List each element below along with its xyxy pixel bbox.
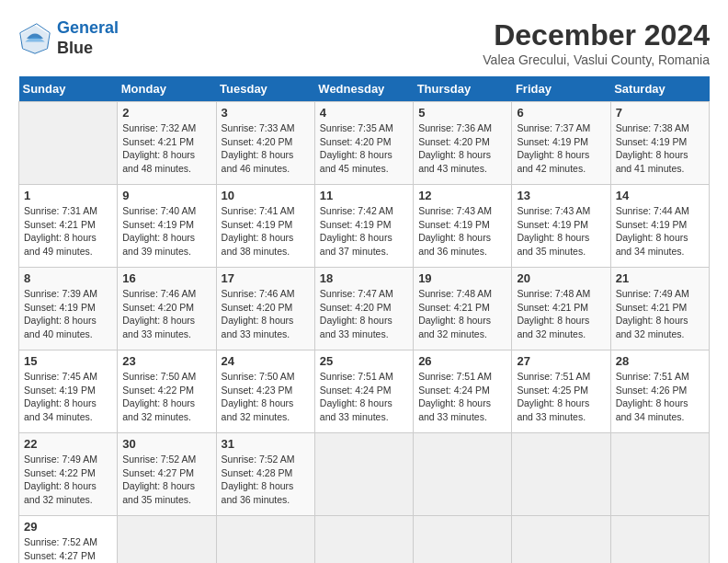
day-number: 31 <box>222 437 310 451</box>
day-number: 19 <box>418 271 506 285</box>
day-number: 16 <box>122 271 210 285</box>
day-info: Sunrise: 7:48 AM Sunset: 4:21 PM Dayligh… <box>517 287 605 341</box>
day-cell: 14Sunrise: 7:44 AM Sunset: 4:19 PM Dayli… <box>610 185 709 268</box>
week-row: 1Sunrise: 7:31 AM Sunset: 4:21 PM Daylig… <box>19 185 710 268</box>
day-number: 9 <box>122 189 210 202</box>
day-number: 23 <box>122 354 210 368</box>
day-cell <box>512 516 610 564</box>
day-cell <box>610 516 709 564</box>
day-cell: 21Sunrise: 7:49 AM Sunset: 4:21 PM Dayli… <box>610 268 709 350</box>
day-number: 15 <box>24 354 112 368</box>
day-info: Sunrise: 7:52 AM Sunset: 4:28 PM Dayligh… <box>222 453 310 507</box>
day-cell: 2Sunrise: 7:32 AM Sunset: 4:21 PM Daylig… <box>118 102 216 185</box>
day-info: Sunrise: 7:40 AM Sunset: 4:19 PM Dayligh… <box>122 204 210 259</box>
day-number: 4 <box>320 106 408 120</box>
week-row: 29Sunrise: 7:52 AM Sunset: 4:27 PM Dayli… <box>19 516 710 564</box>
day-info: Sunrise: 7:38 AM Sunset: 4:19 PM Dayligh… <box>616 121 704 176</box>
logo-text: General Blue <box>57 18 119 58</box>
day-info: Sunrise: 7:50 AM Sunset: 4:23 PM Dayligh… <box>222 370 310 424</box>
day-cell <box>414 433 512 516</box>
day-cell: 8Sunrise: 7:39 AM Sunset: 4:19 PM Daylig… <box>19 268 118 350</box>
day-info: Sunrise: 7:43 AM Sunset: 4:19 PM Dayligh… <box>517 204 605 259</box>
day-cell: 13Sunrise: 7:43 AM Sunset: 4:19 PM Dayli… <box>512 185 610 268</box>
day-cell <box>414 516 512 564</box>
day-cell: 9Sunrise: 7:40 AM Sunset: 4:19 PM Daylig… <box>118 185 216 268</box>
day-info: Sunrise: 7:52 AM Sunset: 4:27 PM Dayligh… <box>122 453 210 507</box>
day-cell: 28Sunrise: 7:51 AM Sunset: 4:26 PM Dayli… <box>610 350 709 433</box>
day-info: Sunrise: 7:36 AM Sunset: 4:20 PM Dayligh… <box>418 121 506 176</box>
day-cell: 17Sunrise: 7:46 AM Sunset: 4:20 PM Dayli… <box>216 268 314 350</box>
col-header-friday: Friday <box>512 76 610 102</box>
logo-line1: General <box>57 18 119 37</box>
day-info: Sunrise: 7:46 AM Sunset: 4:20 PM Dayligh… <box>222 287 310 341</box>
day-cell: 1Sunrise: 7:31 AM Sunset: 4:21 PM Daylig… <box>19 185 118 268</box>
location-subtitle: Valea Grecului, Vaslui County, Romania <box>483 52 710 67</box>
logo: General Blue <box>18 18 119 58</box>
day-info: Sunrise: 7:33 AM Sunset: 4:20 PM Dayligh… <box>222 121 310 176</box>
day-cell: 26Sunrise: 7:51 AM Sunset: 4:24 PM Dayli… <box>414 350 512 433</box>
day-info: Sunrise: 7:49 AM Sunset: 4:21 PM Dayligh… <box>616 287 704 341</box>
day-number: 14 <box>616 189 704 202</box>
day-cell: 6Sunrise: 7:37 AM Sunset: 4:19 PM Daylig… <box>512 102 610 185</box>
col-header-sunday: Sunday <box>19 76 118 102</box>
day-cell: 15Sunrise: 7:45 AM Sunset: 4:19 PM Dayli… <box>19 350 118 433</box>
day-cell: 31Sunrise: 7:52 AM Sunset: 4:28 PM Dayli… <box>216 433 314 516</box>
day-info: Sunrise: 7:46 AM Sunset: 4:20 PM Dayligh… <box>122 287 210 341</box>
day-cell: 4Sunrise: 7:35 AM Sunset: 4:20 PM Daylig… <box>314 102 413 185</box>
day-info: Sunrise: 7:35 AM Sunset: 4:20 PM Dayligh… <box>320 121 408 176</box>
day-info: Sunrise: 7:41 AM Sunset: 4:19 PM Dayligh… <box>222 204 310 259</box>
day-number: 30 <box>122 437 210 451</box>
day-info: Sunrise: 7:52 AM Sunset: 4:27 PM Dayligh… <box>24 535 112 563</box>
day-cell: 27Sunrise: 7:51 AM Sunset: 4:25 PM Dayli… <box>512 350 610 433</box>
day-cell <box>512 433 610 516</box>
day-info: Sunrise: 7:48 AM Sunset: 4:21 PM Dayligh… <box>418 287 506 341</box>
day-number: 12 <box>418 189 506 202</box>
day-number: 24 <box>222 354 310 368</box>
day-info: Sunrise: 7:51 AM Sunset: 4:24 PM Dayligh… <box>320 370 408 424</box>
day-cell: 3Sunrise: 7:33 AM Sunset: 4:20 PM Daylig… <box>216 102 314 185</box>
day-number: 25 <box>320 354 408 368</box>
day-cell: 19Sunrise: 7:48 AM Sunset: 4:21 PM Dayli… <box>414 268 512 350</box>
day-number: 27 <box>517 354 605 368</box>
day-info: Sunrise: 7:37 AM Sunset: 4:19 PM Dayligh… <box>517 121 605 176</box>
day-cell: 12Sunrise: 7:43 AM Sunset: 4:19 PM Dayli… <box>414 185 512 268</box>
day-number: 22 <box>24 437 112 451</box>
day-number: 3 <box>222 106 310 120</box>
day-cell: 10Sunrise: 7:41 AM Sunset: 4:19 PM Dayli… <box>216 185 314 268</box>
day-info: Sunrise: 7:42 AM Sunset: 4:19 PM Dayligh… <box>320 204 408 259</box>
day-info: Sunrise: 7:43 AM Sunset: 4:19 PM Dayligh… <box>418 204 506 259</box>
calendar-table: SundayMondayTuesdayWednesdayThursdayFrid… <box>18 76 710 563</box>
day-number: 11 <box>320 189 408 202</box>
day-number: 6 <box>517 106 605 120</box>
day-cell: 16Sunrise: 7:46 AM Sunset: 4:20 PM Dayli… <box>118 268 216 350</box>
day-number: 8 <box>24 271 112 285</box>
day-cell <box>314 516 413 564</box>
logo-icon <box>18 22 51 55</box>
day-cell <box>216 516 314 564</box>
logo-line2: Blue <box>57 39 119 59</box>
day-number: 18 <box>320 271 408 285</box>
day-info: Sunrise: 7:39 AM Sunset: 4:19 PM Dayligh… <box>24 287 112 341</box>
day-number: 21 <box>616 271 704 285</box>
day-info: Sunrise: 7:51 AM Sunset: 4:26 PM Dayligh… <box>616 370 704 424</box>
header-row: SundayMondayTuesdayWednesdayThursdayFrid… <box>19 76 710 102</box>
day-cell: 23Sunrise: 7:50 AM Sunset: 4:22 PM Dayli… <box>118 350 216 433</box>
day-cell <box>118 516 216 564</box>
week-row: 2Sunrise: 7:32 AM Sunset: 4:21 PM Daylig… <box>19 102 710 185</box>
title-block: December 2024 Valea Grecului, Vaslui Cou… <box>483 18 710 67</box>
day-number: 1 <box>24 189 112 202</box>
day-info: Sunrise: 7:45 AM Sunset: 4:19 PM Dayligh… <box>24 370 112 424</box>
week-row: 15Sunrise: 7:45 AM Sunset: 4:19 PM Dayli… <box>19 350 710 433</box>
day-cell <box>610 433 709 516</box>
day-number: 20 <box>517 271 605 285</box>
page-header: General Blue December 2024 Valea Greculu… <box>18 18 710 67</box>
day-cell <box>314 433 413 516</box>
day-info: Sunrise: 7:44 AM Sunset: 4:19 PM Dayligh… <box>616 204 704 259</box>
week-row: 8Sunrise: 7:39 AM Sunset: 4:19 PM Daylig… <box>19 268 710 350</box>
day-info: Sunrise: 7:49 AM Sunset: 4:22 PM Dayligh… <box>24 453 112 507</box>
day-number: 7 <box>616 106 704 120</box>
day-info: Sunrise: 7:51 AM Sunset: 4:25 PM Dayligh… <box>517 370 605 424</box>
day-cell: 22Sunrise: 7:49 AM Sunset: 4:22 PM Dayli… <box>19 433 118 516</box>
day-cell: 25Sunrise: 7:51 AM Sunset: 4:24 PM Dayli… <box>314 350 413 433</box>
day-cell: 24Sunrise: 7:50 AM Sunset: 4:23 PM Dayli… <box>216 350 314 433</box>
